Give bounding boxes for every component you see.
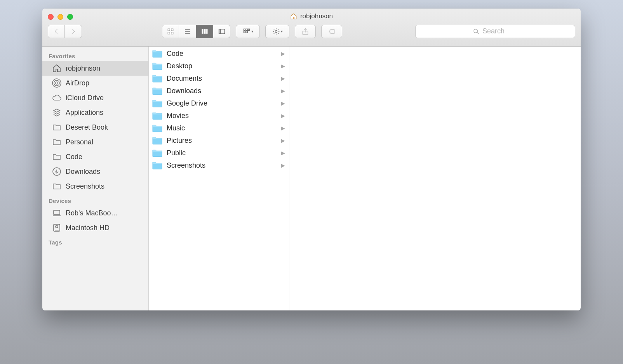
- folder-icon: [52, 137, 62, 147]
- chevron-right-icon: ▶: [281, 113, 285, 119]
- chevron-right-icon: ▶: [281, 150, 285, 156]
- disk-icon: [52, 223, 62, 233]
- folder-icon: [152, 111, 163, 120]
- file-row[interactable]: Pictures▶: [149, 134, 289, 147]
- view-gallery-button[interactable]: [213, 25, 230, 38]
- sidebar-heading: Tags: [42, 235, 148, 247]
- back-button[interactable]: [48, 25, 65, 38]
- folder-icon: [152, 161, 163, 170]
- sidebar-item-label: iCloud Drive: [66, 94, 104, 102]
- edit-tags-button[interactable]: [321, 25, 342, 38]
- airdrop-icon: [52, 78, 62, 88]
- search-icon: [473, 28, 479, 35]
- apps-icon: [52, 107, 62, 118]
- view-icons-button[interactable]: [162, 25, 179, 38]
- file-row[interactable]: Downloads▶: [149, 85, 289, 97]
- file-row[interactable]: Google Drive▶: [149, 97, 289, 109]
- sidebar: FavoritesrobjohnsonAirDropiCloud DriveAp…: [42, 47, 149, 310]
- chevron-right-icon: ▶: [281, 50, 285, 57]
- view-switcher: [162, 25, 230, 38]
- titlebar: robjohnson ▾ ▾: [42, 9, 581, 47]
- file-row[interactable]: Documents▶: [149, 72, 289, 85]
- file-name: Documents: [167, 75, 281, 83]
- sidebar-item[interactable]: Applications: [42, 105, 148, 120]
- file-row[interactable]: Movies▶: [149, 109, 289, 122]
- nav-buttons: [48, 25, 82, 38]
- view-list-button[interactable]: [179, 25, 196, 38]
- laptop-icon: [52, 208, 62, 218]
- search-field[interactable]: [415, 25, 575, 38]
- cloud-icon: [52, 93, 62, 103]
- sidebar-item[interactable]: Code: [42, 149, 148, 164]
- sidebar-item[interactable]: Deseret Book: [42, 120, 148, 135]
- chevron-right-icon: ▶: [281, 100, 285, 106]
- sidebar-item[interactable]: Rob's MacBoo…: [42, 206, 148, 220]
- sidebar-item-label: AirDrop: [66, 79, 89, 87]
- file-row[interactable]: Public▶: [149, 147, 289, 159]
- sidebar-item-label: Downloads: [66, 168, 100, 176]
- arrange-button[interactable]: ▾: [236, 25, 260, 38]
- window-title: robjohnson: [290, 12, 333, 20]
- sidebar-item-label: Macintosh HD: [66, 224, 110, 232]
- sidebar-item-label: Applications: [66, 109, 103, 117]
- chevron-right-icon: ▶: [281, 88, 285, 94]
- chevron-right-icon: ▶: [281, 63, 285, 69]
- sidebar-item[interactable]: Personal: [42, 135, 148, 149]
- chevron-right-icon: ▶: [281, 137, 285, 144]
- sidebar-item-label: robjohnson: [66, 64, 100, 73]
- action-button[interactable]: ▾: [265, 25, 289, 38]
- forward-button[interactable]: [65, 25, 82, 38]
- download-icon: [52, 166, 62, 177]
- file-name: Desktop: [167, 62, 281, 70]
- sidebar-item[interactable]: AirDrop: [42, 76, 148, 90]
- search-input[interactable]: [482, 27, 517, 35]
- sidebar-item-label: Code: [66, 153, 82, 161]
- view-columns-button[interactable]: [196, 25, 213, 38]
- sidebar-item[interactable]: iCloud Drive: [42, 90, 148, 105]
- sidebar-item[interactable]: robjohnson: [42, 61, 148, 76]
- file-name: Code: [167, 50, 281, 58]
- window-title-text: robjohnson: [300, 12, 333, 20]
- sidebar-item[interactable]: Downloads: [42, 164, 148, 179]
- folder-icon: [152, 49, 163, 58]
- traffic-lights: [48, 14, 73, 20]
- file-row[interactable]: Music▶: [149, 122, 289, 134]
- column-2: [289, 47, 581, 310]
- columns-area: Code▶Desktop▶Documents▶Downloads▶Google …: [149, 47, 581, 310]
- sidebar-item[interactable]: Screenshots: [42, 179, 148, 194]
- file-name: Screenshots: [167, 161, 281, 170]
- close-window-button[interactable]: [48, 14, 54, 20]
- window-body: FavoritesrobjohnsonAirDropiCloud DriveAp…: [42, 47, 581, 310]
- file-name: Public: [167, 149, 281, 157]
- sidebar-heading: Devices: [42, 194, 148, 206]
- file-row[interactable]: Desktop▶: [149, 60, 289, 72]
- folder-icon: [152, 136, 163, 145]
- sidebar-item-label: Rob's MacBoo…: [66, 209, 118, 217]
- file-row[interactable]: Screenshots▶: [149, 159, 289, 172]
- sidebar-heading: Favorites: [42, 49, 148, 61]
- file-row[interactable]: Code▶: [149, 47, 289, 60]
- folder-icon: [152, 149, 163, 157]
- home-icon: [290, 13, 297, 20]
- sidebar-item-label: Screenshots: [66, 182, 104, 191]
- folder-icon: [52, 122, 62, 132]
- file-name: Movies: [167, 112, 281, 120]
- file-name: Downloads: [167, 87, 281, 95]
- toolbar: ▾ ▾: [42, 20, 581, 46]
- sidebar-item-label: Deseret Book: [66, 123, 108, 132]
- file-name: Google Drive: [167, 99, 281, 107]
- minimize-window-button[interactable]: [57, 14, 63, 20]
- chevron-right-icon: ▶: [281, 75, 285, 81]
- chevron-right-icon: ▶: [281, 162, 285, 168]
- column-1: Code▶Desktop▶Documents▶Downloads▶Google …: [149, 47, 289, 310]
- sidebar-item-label: Personal: [66, 138, 93, 146]
- folder-icon: [152, 124, 163, 132]
- chevron-right-icon: ▶: [281, 125, 285, 131]
- file-name: Pictures: [167, 137, 281, 145]
- share-button[interactable]: [295, 25, 316, 38]
- sidebar-item[interactable]: Macintosh HD: [42, 220, 148, 235]
- home-icon: [52, 63, 62, 73]
- zoom-window-button[interactable]: [67, 14, 73, 20]
- folder-icon: [152, 74, 163, 83]
- folder-icon: [152, 87, 163, 95]
